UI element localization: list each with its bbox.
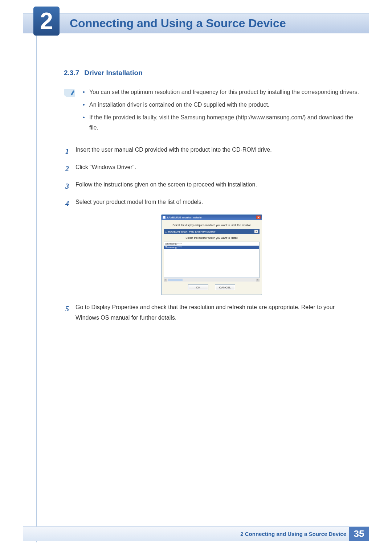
monitor-list[interactable]: Samsung **** Samsung ****	[164, 242, 260, 278]
step-text: Follow the instructions given on the scr…	[75, 180, 359, 190]
step-text: Insert the user manual CD provided with …	[75, 145, 359, 155]
step-number: 5	[64, 302, 70, 315]
section-number: 2.3.7	[64, 69, 79, 77]
app-icon	[163, 216, 166, 219]
info-bullet: An installation driver is contained on t…	[81, 100, 359, 110]
installer-titlebar: SAMSUNG monitor installer ✕	[162, 215, 262, 220]
list-item[interactable]: Samsung ****	[164, 246, 259, 249]
step-text: Select your product model from the list …	[75, 197, 359, 208]
left-margin-rule	[36, 12, 37, 542]
cancel-button[interactable]: CANCEL	[215, 284, 235, 290]
adapter-prompt: Select the display adapter on which you …	[164, 223, 260, 227]
chapter-header: Connecting and Using a Source Device	[23, 13, 369, 33]
scroll-left-icon[interactable]: ‹	[164, 279, 167, 282]
info-note-block: You can set the optimum resolution and f…	[64, 87, 359, 135]
step-row: 3 Follow the instructions given on the s…	[64, 180, 359, 193]
step-row: 5 Go to Display Properties and check tha…	[64, 302, 359, 323]
chapter-title: Connecting and Using a Source Device	[70, 17, 286, 30]
info-bullet: If the file provided is faulty, visit th…	[81, 112, 359, 134]
adapter-selected: 1. RADEON 9550 : Plug and Play Monitor	[165, 230, 216, 233]
close-icon[interactable]: ✕	[256, 216, 261, 219]
scroll-thumb[interactable]	[168, 279, 183, 281]
step-number: 1	[64, 145, 70, 158]
step-row: 1 Insert the user manual CD provided wit…	[64, 145, 359, 158]
step-text: Click "Windows Driver".	[75, 162, 359, 173]
list-item[interactable]: Samsung ****	[164, 242, 259, 246]
steps-list: 1 Insert the user manual CD provided wit…	[64, 145, 359, 323]
info-bullet-list: You can set the optimum resolution and f…	[81, 87, 359, 135]
step-row: 4 Select your product model from the lis…	[64, 197, 359, 210]
step-number: 4	[64, 197, 70, 210]
scroll-right-icon[interactable]: ›	[256, 279, 260, 282]
chapter-number-badge: 2	[33, 7, 60, 36]
footer-chapter-text: 2 Connecting and Using a Source Device	[240, 531, 346, 537]
installer-window: SAMSUNG monitor installer ✕ Select the d…	[161, 214, 262, 295]
step-number: 2	[64, 162, 70, 175]
section-heading: 2.3.7 Driver Installation	[64, 69, 359, 77]
page-number: 35	[349, 527, 369, 541]
step-row: 2 Click "Windows Driver".	[64, 162, 359, 175]
step-number: 3	[64, 180, 70, 193]
chapter-number: 2	[40, 8, 53, 34]
monitor-prompt: Select the monitor which you want to ins…	[164, 236, 260, 239]
note-icon	[64, 89, 75, 97]
adapter-dropdown[interactable]: 1. RADEON 9550 : Plug and Play Monitor ▾	[164, 229, 260, 234]
step-text: Go to Display Properties and check that …	[75, 302, 359, 323]
section-title: Driver Installation	[84, 69, 143, 77]
page-footer: 2 Connecting and Using a Source Device 3…	[23, 526, 369, 541]
horizontal-scrollbar[interactable]: ‹ ›	[164, 278, 260, 282]
chevron-down-icon[interactable]: ▾	[254, 230, 258, 233]
info-bullet: You can set the optimum resolution and f…	[81, 87, 359, 98]
installer-title: SAMSUNG monitor installer	[167, 216, 203, 219]
ok-button[interactable]: OK	[188, 284, 208, 290]
